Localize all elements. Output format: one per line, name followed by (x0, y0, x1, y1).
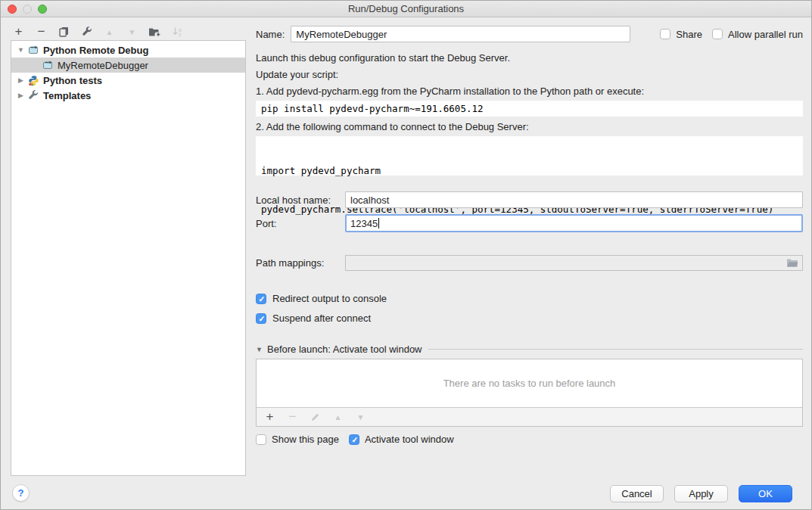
port-row: Port: 12345 (256, 215, 803, 232)
redirect-output-checkbox-group[interactable]: Redirect output to console (256, 293, 803, 304)
window-title: Run/Debug Configurations (1, 3, 811, 14)
tree-item-python-tests[interactable]: ▶ Python tests (11, 73, 245, 88)
collapse-triangle-icon[interactable]: ▼ (15, 46, 26, 54)
ok-button[interactable]: OK (739, 485, 792, 502)
show-this-page-checkbox-group[interactable]: Show this page (256, 434, 339, 445)
remove-task-button: − (286, 410, 299, 424)
show-this-page-checkbox[interactable] (256, 434, 266, 445)
add-configuration-button[interactable]: + (12, 24, 25, 39)
instruction-step-2: 2. Add the following command to connect … (256, 121, 803, 133)
run-configuration-icon (26, 45, 40, 55)
help-icon: ? (18, 487, 24, 499)
tree-item-label: Python tests (43, 75, 102, 86)
python-tests-icon (26, 75, 40, 86)
tasks-empty-state: There are no tasks to run before launch (257, 359, 802, 407)
name-label: Name: (256, 29, 285, 40)
pip-install-code: pip install pydevd-pycharm~=191.6605.12 (256, 101, 803, 117)
tree-item-python-remote-debug[interactable]: ▼ Python Remote Debug (11, 42, 245, 58)
tasks-empty-text: There are no tasks to run before launch (443, 378, 616, 389)
show-this-page-label: Show this page (272, 434, 339, 445)
copy-icon (59, 26, 69, 37)
before-launch-header: ▼ Before launch: Activate tool window (256, 344, 803, 355)
allow-parallel-run-label: Allow parallel run (728, 29, 803, 40)
path-mappings-field[interactable] (345, 255, 803, 271)
redirect-output-checkbox[interactable] (256, 294, 266, 304)
run-debug-configurations-dialog: Run/Debug Configurations + − ▲ ▼ az ▼ Py… (0, 0, 812, 510)
tree-item-label: Python Remote Debug (43, 45, 148, 56)
move-down-button: ▼ (126, 24, 138, 39)
tree-item-label: Templates (43, 90, 91, 101)
share-checkbox-group[interactable]: Share (660, 29, 702, 40)
name-row: Name: Share Allow parallel run (256, 26, 803, 42)
instruction-step-1: 1. Add pydevd-pycharm.egg from the PyCha… (256, 86, 803, 98)
move-up-button: ▲ (103, 24, 116, 39)
tree-item-myremotedebugger[interactable]: MyRemoteDebugger (11, 58, 245, 73)
before-launch-label: Before launch: Activate tool window (267, 344, 422, 355)
expand-triangle-icon[interactable]: ▶ (15, 76, 26, 84)
dialog-buttons: Cancel Apply OK (610, 485, 792, 502)
local-host-input[interactable] (345, 191, 803, 208)
redirect-output-label: Redirect output to console (272, 293, 387, 304)
configuration-form: Name: Share Allow parallel run Launch th… (256, 23, 803, 445)
path-mappings-label: Path mappings: (256, 257, 345, 269)
sort-configurations-button: az (171, 24, 184, 39)
port-input[interactable]: 12345 (345, 214, 803, 232)
expand-triangle-icon[interactable]: ▶ (15, 92, 26, 99)
edit-templates-button[interactable] (80, 24, 93, 39)
update-script-text: Update your script: (256, 69, 803, 81)
text-caret (378, 218, 379, 229)
share-checkbox[interactable] (660, 29, 670, 39)
new-folder-button[interactable] (148, 24, 161, 39)
run-configuration-icon (41, 60, 54, 70)
wrench-icon (82, 26, 92, 37)
path-mappings-row: Path mappings: (256, 254, 803, 271)
local-host-label: Local host name: (256, 194, 345, 206)
help-button[interactable]: ? (12, 484, 30, 502)
apply-button[interactable]: Apply (674, 485, 728, 502)
tasks-toolbar: + − ▲ ▼ (257, 407, 802, 426)
add-task-button[interactable]: + (263, 410, 276, 424)
port-label: Port: (256, 218, 345, 229)
settrace-code-line-1: import pydevd_pycharm (261, 164, 798, 177)
sort-alphabetically-icon: az (172, 26, 183, 37)
allow-parallel-run-checkbox-group[interactable]: Allow parallel run (712, 29, 803, 40)
remove-configuration-button[interactable]: − (35, 24, 48, 39)
allow-parallel-run-checkbox[interactable] (712, 29, 723, 39)
title-bar: Run/Debug Configurations (1, 1, 811, 17)
tree-item-label: MyRemoteDebugger (58, 60, 148, 71)
copy-configuration-button[interactable] (58, 24, 70, 39)
suspend-after-connect-checkbox[interactable] (256, 313, 266, 324)
section-divider (428, 349, 803, 350)
configurations-toolbar: + − ▲ ▼ az (12, 23, 184, 40)
move-task-down-button: ▼ (354, 410, 367, 424)
new-folder-icon (148, 26, 161, 37)
intro-text: Launch this debug configuration to start… (256, 52, 803, 64)
edit-task-button (309, 410, 322, 424)
page-options-row: Show this page Activate tool window (256, 434, 803, 445)
move-task-up-button: ▲ (331, 410, 344, 424)
configurations-tree: ▼ Python Remote Debug MyRemoteDebugger ▶… (11, 40, 246, 476)
browse-folder-icon[interactable] (786, 258, 798, 268)
port-value: 12345 (350, 218, 378, 229)
templates-wrench-icon (26, 90, 40, 101)
tree-item-templates[interactable]: ▶ Templates (11, 88, 245, 103)
activate-tool-window-checkbox-group[interactable]: Activate tool window (349, 434, 454, 445)
before-launch-tasks-panel: There are no tasks to run before launch … (256, 359, 803, 427)
pencil-icon (310, 412, 320, 422)
before-launch-collapse-icon[interactable]: ▼ (256, 346, 267, 353)
activate-tool-window-label: Activate tool window (365, 434, 454, 445)
settrace-code: import pydevd_pycharm pydevd_pycharm.set… (256, 136, 803, 176)
suspend-after-connect-label: Suspend after connect (272, 313, 371, 324)
activate-tool-window-checkbox[interactable] (349, 434, 359, 445)
svg-text:z: z (179, 32, 181, 37)
suspend-after-connect-checkbox-group[interactable]: Suspend after connect (256, 313, 803, 324)
share-label: Share (676, 29, 702, 40)
cancel-button[interactable]: Cancel (610, 485, 664, 502)
name-input[interactable] (291, 26, 630, 42)
